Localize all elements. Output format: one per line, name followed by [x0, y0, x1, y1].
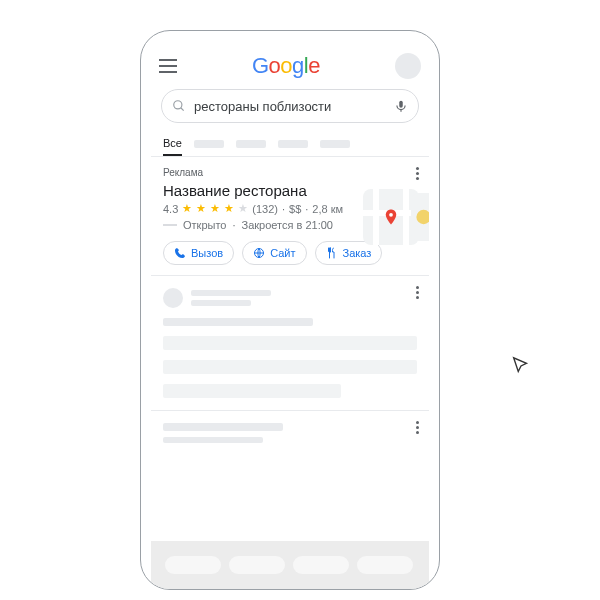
svg-point-0	[174, 101, 182, 109]
placeholder-line	[163, 318, 313, 326]
tab-all[interactable]: Все	[163, 131, 182, 156]
star-icon: ★	[182, 202, 192, 215]
menu-icon[interactable]	[159, 59, 177, 73]
google-logo: Google	[252, 53, 320, 79]
svg-point-4	[389, 213, 393, 217]
phone-frame: Google Все Реклама Название ресторана 4.…	[140, 30, 440, 590]
svg-rect-2	[399, 101, 403, 108]
image-thumbnail[interactable]	[411, 193, 429, 241]
search-tabs: Все	[151, 131, 429, 157]
open-status: Открыто	[183, 219, 226, 231]
more-icon[interactable]	[416, 421, 419, 434]
result-placeholder	[151, 276, 429, 411]
result-placeholder	[151, 411, 429, 455]
ad-card[interactable]: Реклама Название ресторана 4.3 ★ ★ ★ ★ ★…	[151, 157, 429, 276]
avatar[interactable]	[395, 53, 421, 79]
map-pin-icon	[382, 208, 400, 226]
tab-placeholder	[194, 140, 224, 148]
placeholder-line	[191, 300, 251, 306]
distance: 2,8 км	[312, 203, 343, 215]
search-icon	[172, 99, 186, 113]
chip-placeholder	[229, 556, 285, 574]
globe-icon	[253, 247, 265, 259]
placeholder-block	[163, 360, 417, 374]
star-icon: ★	[196, 202, 206, 215]
search-input[interactable]	[194, 99, 386, 114]
chip-placeholder	[165, 556, 221, 574]
cursor-icon	[510, 355, 532, 377]
review-count: (132)	[252, 203, 278, 215]
price-level: $$	[289, 203, 301, 215]
site-button[interactable]: Сайт	[242, 241, 306, 265]
more-icon[interactable]	[416, 167, 419, 180]
screen: Google Все Реклама Название ресторана 4.…	[151, 49, 429, 589]
dot-separator: ·	[305, 203, 308, 215]
more-icon[interactable]	[416, 286, 419, 299]
favicon-placeholder	[163, 288, 183, 308]
tab-placeholder	[278, 140, 308, 148]
star-icon: ★	[210, 202, 220, 215]
star-icon: ★	[238, 202, 248, 215]
rating-value: 4.3	[163, 203, 178, 215]
star-icon: ★	[224, 202, 234, 215]
chip-placeholder	[357, 556, 413, 574]
placeholder-line	[163, 423, 283, 431]
dot-separator: ·	[282, 203, 285, 215]
close-time: Закроется в 21:00	[242, 219, 333, 231]
placeholder-line	[163, 224, 177, 226]
call-label: Вызов	[191, 247, 223, 259]
top-bar: Google	[151, 49, 429, 85]
svg-point-5	[416, 210, 429, 224]
phone-icon	[174, 247, 186, 259]
placeholder-block	[163, 384, 341, 398]
placeholder-line	[163, 437, 263, 443]
site-label: Сайт	[270, 247, 295, 259]
dot-separator: ·	[232, 219, 235, 231]
mic-icon[interactable]	[394, 99, 408, 113]
utensils-icon	[326, 247, 338, 259]
order-label: Заказ	[343, 247, 372, 259]
svg-line-1	[181, 108, 184, 111]
placeholder-line	[191, 290, 271, 296]
chip-placeholder	[293, 556, 349, 574]
search-bar[interactable]	[161, 89, 419, 123]
ad-label: Реклама	[163, 167, 417, 178]
footer-placeholder	[151, 541, 429, 589]
tab-placeholder	[236, 140, 266, 148]
placeholder-block	[163, 336, 417, 350]
call-button[interactable]: Вызов	[163, 241, 234, 265]
tab-placeholder	[320, 140, 350, 148]
